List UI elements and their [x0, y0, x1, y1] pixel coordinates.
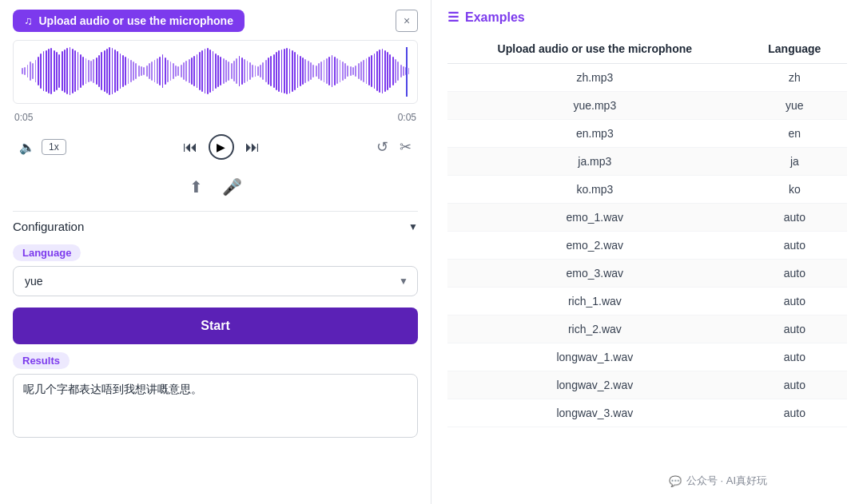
table-row[interactable]: zh.mp3 zh [447, 64, 847, 92]
time-end: 0:05 [398, 112, 416, 123]
upload-header: ♫ Upload audio or use the microphone × [13, 10, 418, 32]
table-row[interactable]: emo_3.wav auto [447, 260, 847, 288]
examples-table: Upload audio or use the microphone Langu… [447, 34, 847, 427]
right-panel: ☰ Examples Upload audio or use the micro… [432, 0, 863, 504]
table-row[interactable]: longwav_2.wav auto [447, 371, 847, 399]
volume-icon[interactable]: 🔈 [19, 140, 35, 155]
table-row[interactable]: emo_2.wav auto [447, 232, 847, 260]
table-row[interactable]: ko.mp3 ko [447, 176, 847, 204]
upload-icon: ⬆ [189, 178, 203, 196]
lang-cell: zh [742, 64, 847, 92]
upload-button[interactable]: ⬆ [189, 177, 203, 196]
language-section: Language autozhyueenjako ▼ [13, 241, 418, 296]
file-cell: rich_1.wav [447, 288, 742, 315]
upload-mic-row: ⬆ 🎤 [13, 171, 418, 203]
lang-cell: auto [742, 315, 847, 343]
lang-cell: ja [742, 148, 847, 176]
waveform-container[interactable] [13, 40, 418, 104]
lang-cell: auto [742, 399, 847, 427]
lang-cell: auto [742, 288, 847, 315]
file-cell: emo_3.wav [447, 260, 742, 288]
waveform-visual [22, 47, 409, 95]
upload-title: Upload audio or use the microphone [39, 14, 233, 27]
lang-cell: yue [742, 92, 847, 120]
file-cell: ja.mp3 [447, 148, 742, 176]
language-select-container: autozhyueenjako ▼ [13, 266, 418, 296]
lang-cell: auto [742, 204, 847, 232]
list-icon: ☰ [447, 10, 459, 25]
mic-button[interactable]: 🎤 [222, 177, 242, 196]
table-row[interactable]: rich_1.wav auto [447, 288, 847, 315]
file-cell: zh.mp3 [447, 64, 742, 92]
speed-label: 1x [49, 141, 59, 153]
file-cell: longwav_1.wav [447, 343, 742, 371]
music-icon: ♫ [24, 14, 33, 27]
configuration-label: Configuration [13, 220, 84, 233]
language-select[interactable]: autozhyueenjako [13, 266, 418, 296]
table-row[interactable]: en.mp3 en [447, 120, 847, 148]
upload-title-box[interactable]: ♫ Upload audio or use the microphone [13, 10, 245, 32]
lang-cell: auto [742, 260, 847, 288]
results-section: Results [13, 352, 418, 441]
watermark: 💬 公众号 · AI真好玩 [669, 474, 767, 488]
results-textarea[interactable] [13, 374, 418, 438]
waveform-progress-line [406, 47, 408, 97]
close-button[interactable]: × [396, 10, 418, 32]
table-row[interactable]: longwav_3.wav auto [447, 399, 847, 427]
controls-row: 🔈 1x ⏮ ▶ ⏭ ↺ ✂ [13, 131, 418, 163]
col-lang-header: Language [742, 34, 847, 64]
start-button[interactable]: Start [13, 308, 418, 344]
wechat-icon: 💬 [669, 475, 682, 487]
table-row[interactable]: yue.mp3 yue [447, 92, 847, 120]
table-row[interactable]: ja.mp3 ja [447, 148, 847, 176]
file-cell: rich_2.wav [447, 315, 742, 343]
examples-title: Examples [465, 10, 525, 25]
language-tag: Language [13, 244, 81, 261]
left-panel: ♫ Upload audio or use the microphone × 0… [0, 0, 432, 504]
forward-button[interactable]: ⏭ [245, 139, 260, 156]
rewind-button[interactable]: ⏮ [183, 139, 197, 156]
table-row[interactable]: rich_2.wav auto [447, 315, 847, 343]
table-row[interactable]: emo_1.wav auto [447, 204, 847, 232]
mic-icon: 🎤 [222, 178, 242, 196]
lang-cell: auto [742, 232, 847, 260]
time-start: 0:05 [14, 112, 33, 123]
lang-cell: en [742, 120, 847, 148]
lang-cell: auto [742, 343, 847, 371]
file-cell: ko.mp3 [447, 176, 742, 204]
configuration-row[interactable]: Configuration ▼ [13, 211, 418, 233]
examples-title-row: ☰ Examples [447, 10, 847, 25]
file-cell: longwav_3.wav [447, 399, 742, 427]
file-cell: yue.mp3 [447, 92, 742, 120]
close-icon: × [404, 14, 410, 27]
play-button[interactable]: ▶ [209, 134, 234, 160]
table-row[interactable]: longwav_1.wav auto [447, 343, 847, 371]
results-tag: Results [13, 352, 70, 369]
right-controls: ↺ ✂ [376, 138, 412, 156]
file-cell: en.mp3 [447, 120, 742, 148]
transport-controls: ⏮ ▶ ⏭ [183, 134, 260, 160]
scissors-icon[interactable]: ✂ [400, 138, 412, 156]
file-cell: emo_1.wav [447, 204, 742, 232]
speed-button[interactable]: 1x [42, 139, 66, 155]
watermark-text: 公众号 · AI真好玩 [686, 474, 767, 488]
replay-icon[interactable]: ↺ [376, 138, 388, 156]
time-row: 0:05 0:05 [13, 112, 418, 123]
table-header-row: Upload audio or use the microphone Langu… [447, 34, 847, 64]
lang-cell: ko [742, 176, 847, 204]
chevron-down-icon: ▼ [408, 221, 418, 232]
lang-cell: auto [742, 371, 847, 399]
col-file-header: Upload audio or use the microphone [447, 34, 742, 64]
file-cell: emo_2.wav [447, 232, 742, 260]
file-cell: longwav_2.wav [447, 371, 742, 399]
